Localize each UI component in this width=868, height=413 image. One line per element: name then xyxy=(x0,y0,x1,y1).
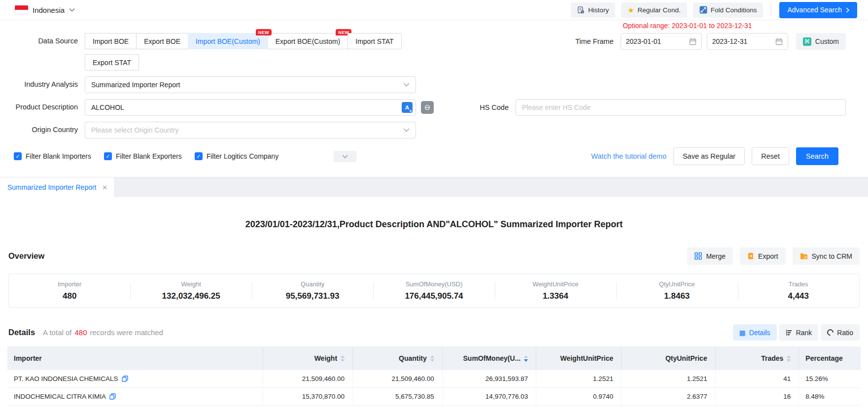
filter-label: Filter Blank Importers xyxy=(26,152,91,160)
column-header[interactable]: SumOfMoney(U... xyxy=(443,346,536,370)
column-header-label: QtyUnitPrice xyxy=(665,354,707,362)
custom-range-button[interactable]: ⌘ Custom xyxy=(796,33,846,50)
export-button[interactable]: Export xyxy=(740,247,785,265)
data-source-option[interactable]: Import BOE xyxy=(85,33,137,49)
time-frame-label: Time Frame xyxy=(575,37,614,45)
checkbox-checked-icon: ✓ xyxy=(14,152,22,160)
sync-to-crm-label: Sync to CRM xyxy=(812,252,852,260)
trades-cell: 41 xyxy=(716,370,799,387)
column-header[interactable]: QtyUnitPrice xyxy=(622,346,715,370)
data-source-option[interactable]: Export BOE xyxy=(136,33,188,49)
filter-checkbox-item[interactable]: ✓ Filter Blank Exporters xyxy=(104,152,182,160)
stat-value: 4,443 xyxy=(738,291,859,301)
filter-checkbox-item[interactable]: ✓ Filter Logitics Company xyxy=(195,152,278,160)
sort-icons[interactable] xyxy=(430,355,434,362)
data-source-option[interactable]: Import BOE(Custom) NEW xyxy=(188,33,268,49)
column-header[interactable]: Quantity xyxy=(353,346,443,370)
importer-name[interactable]: INDOCHEMICAL CITRA KIMIA xyxy=(14,393,106,400)
history-button[interactable]: History xyxy=(571,2,615,18)
search-button[interactable]: Search xyxy=(796,147,838,165)
time-frame-group: Optional range: 2023-01-01 to 2023-12-31… xyxy=(575,33,846,50)
view-details-button[interactable]: ▦ Details xyxy=(733,324,777,341)
data-source-option[interactable]: Import STAT xyxy=(347,33,401,49)
industry-analysis-row: Industry Analysis Summarized Importer Re… xyxy=(0,76,868,93)
collapse-form-button[interactable] xyxy=(334,151,356,162)
start-date-field[interactable]: 2023-01-01 xyxy=(621,33,702,50)
data-source-option[interactable]: Export STAT xyxy=(85,54,139,70)
merge-button[interactable]: Merge xyxy=(687,247,733,265)
translate-icon[interactable]: Aa xyxy=(402,102,413,113)
data-source-option-label: Export BOE(Custom) xyxy=(276,37,340,45)
stat-cell: Importer 480 xyxy=(9,280,130,301)
checkbox-checked-icon: ✓ xyxy=(104,152,112,160)
column-header[interactable]: Weight xyxy=(263,346,353,370)
data-source-row: Data Source Import BOE Export BOE Import… xyxy=(0,33,868,70)
filter-checkbox-item[interactable]: ✓ Filter Blank Importers xyxy=(14,152,91,160)
sync-to-crm-button[interactable]: Sync to CRM xyxy=(793,247,860,265)
country-picker[interactable]: Indonesia xyxy=(15,5,75,14)
export-label: Export xyxy=(758,252,778,260)
checkbox-checked-icon: ✓ xyxy=(195,152,203,160)
data-source-option[interactable]: Export BOE(Custom) NEW xyxy=(268,33,348,49)
origin-country-select[interactable]: Please select Origin Country xyxy=(85,122,416,138)
view-switcher: ▦ Details Rank Ratio xyxy=(733,324,860,341)
column-header[interactable]: Trades xyxy=(716,346,799,370)
qty-unit-price-cell: 2.6377 xyxy=(622,388,715,405)
tutorial-link[interactable]: Watch the tutorial demo xyxy=(591,152,666,160)
column-header[interactable]: Importer xyxy=(7,346,263,370)
strict-match-icon[interactable]: ⊖ xyxy=(421,101,434,114)
result-tabstrip: Summarized Importer Report × xyxy=(0,177,868,197)
tab-summarized-importer-report[interactable]: Summarized Importer Report × xyxy=(0,177,115,197)
advanced-search-button[interactable]: Advanced Search xyxy=(779,2,857,18)
table-header-row: Importer Weight Quantity xyxy=(7,346,861,370)
end-date-field[interactable]: 2023-12-31 xyxy=(707,33,788,50)
table-row[interactable]: INDOCHEMICAL CITRA KIMIA 15,370,870.00 5… xyxy=(7,388,861,406)
stat-cell: WeightUnitPrice 1.3364 xyxy=(495,280,616,301)
copy-icon[interactable] xyxy=(122,376,128,382)
sort-icons[interactable] xyxy=(787,355,791,362)
hs-code-input[interactable] xyxy=(516,99,846,116)
reset-button[interactable]: Reset xyxy=(752,147,789,165)
table-row[interactable]: PT. KAO INDONESIA CHEMICALS 21,509,460.0… xyxy=(7,370,861,388)
stat-cell: SumOfMoney(USD) 176,445,905.74 xyxy=(373,280,494,301)
fold-icon xyxy=(699,6,707,14)
regular-cond-button[interactable]: ★ Regular Cond. xyxy=(621,2,687,18)
export-icon xyxy=(747,252,754,260)
view-rank-button[interactable]: Rank xyxy=(779,324,819,341)
match-count: 480 xyxy=(74,328,87,337)
stat-value: 95,569,731.93 xyxy=(252,291,373,301)
weight-cell: 15,370,870.00 xyxy=(263,388,353,405)
sort-icons[interactable] xyxy=(341,355,345,362)
importer-cell: PT. KAO INDONESIA CHEMICALS xyxy=(7,370,263,387)
overview-header: Overview Merge Export Sync to CRM xyxy=(0,247,868,265)
close-icon[interactable]: × xyxy=(103,183,107,192)
product-description-label: Product Description xyxy=(0,99,78,115)
sort-asc-icon xyxy=(341,355,345,358)
data-source-option-label: Import BOE xyxy=(93,37,129,45)
origin-country-label: Origin Country xyxy=(0,122,78,138)
calendar-icon xyxy=(775,38,783,45)
view-ratio-button[interactable]: Ratio xyxy=(821,324,860,341)
industry-analysis-select[interactable]: Summarized Importer Report xyxy=(85,76,416,93)
country-name: Indonesia xyxy=(33,6,65,14)
weight-unit-price-cell: 1.2521 xyxy=(536,370,622,387)
filters-row: ✓ Filter Blank Importers ✓ Filter Blank … xyxy=(0,144,868,165)
sort-icons[interactable] xyxy=(524,355,528,362)
fold-conditions-button[interactable]: Fold Conditions xyxy=(693,2,764,18)
origin-country-row: Origin Country Please select Origin Coun… xyxy=(0,122,868,138)
history-icon xyxy=(577,6,585,14)
column-header-label: Trades xyxy=(761,354,783,362)
column-header[interactable]: Percentage xyxy=(799,346,861,370)
view-details-label: Details xyxy=(749,329,770,337)
product-description-input[interactable] xyxy=(91,103,402,111)
industry-analysis-value: Summarized Importer Report xyxy=(91,81,403,89)
details-table: Importer Weight Quantity xyxy=(7,346,861,406)
weight-cell: 21,509,460.00 xyxy=(263,370,353,387)
importer-name[interactable]: PT. KAO INDONESIA CHEMICALS xyxy=(14,375,118,382)
copy-icon[interactable] xyxy=(109,393,116,400)
column-header[interactable]: WeightUnitPrice xyxy=(536,346,622,370)
view-ratio-label: Ratio xyxy=(837,329,853,337)
column-header-label: Weight xyxy=(314,354,337,362)
column-header-label: Importer xyxy=(14,354,42,362)
save-as-regular-button[interactable]: Save as Regular xyxy=(673,147,745,165)
